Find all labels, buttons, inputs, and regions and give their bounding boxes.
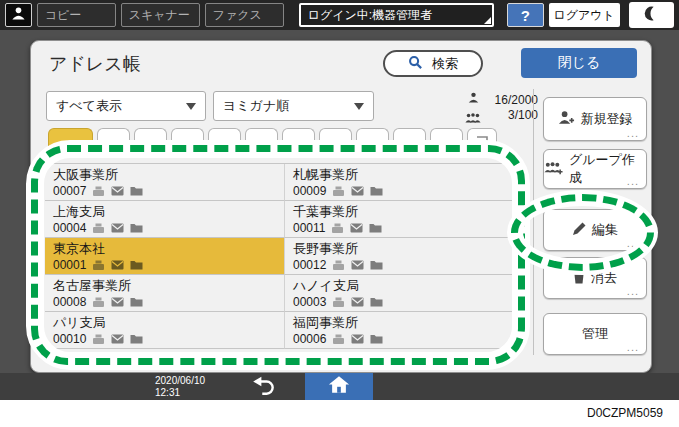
tab-copy[interactable]: コピー: [37, 3, 116, 27]
address-entry[interactable]: 札幌事業所 00009: [284, 164, 523, 201]
page-title: アドレス帳: [49, 52, 141, 76]
index-tabs: [48, 128, 497, 153]
footer-bar: 2020/06/10 12:31: [0, 373, 679, 400]
fax-icon: [331, 223, 344, 234]
index-tab-switch[interactable]: [467, 128, 497, 153]
energy-saver-button[interactable]: [629, 2, 674, 28]
entry-name: 大阪事業所: [53, 167, 276, 183]
entry-number: 00008: [53, 295, 86, 309]
action-label: 新規登録: [581, 110, 633, 128]
more-indicator: ...: [627, 127, 639, 139]
index-tab[interactable]: [171, 128, 204, 153]
view-filter-value: すべて表示: [56, 97, 122, 115]
entry-name: 福岡事業所: [293, 315, 515, 331]
search-icon: [408, 55, 423, 73]
index-tab[interactable]: [245, 128, 278, 153]
dropdown-corner-icon: [484, 17, 491, 24]
back-button[interactable]: [235, 373, 293, 400]
address-entry[interactable]: 大阪事業所 00007: [45, 164, 284, 201]
mail-icon: [351, 334, 364, 344]
delete-button[interactable]: 消去 ...: [543, 257, 647, 299]
user-button[interactable]: [5, 3, 32, 27]
more-indicator: ...: [627, 285, 639, 297]
fax-icon: [332, 297, 345, 308]
mail-icon: [111, 297, 124, 307]
search-button[interactable]: 検索: [383, 50, 483, 77]
login-status-dropdown[interactable]: ログイン中:機器管理者: [299, 3, 494, 27]
index-tab[interactable]: [134, 128, 167, 153]
contact-count: 16/2000: [488, 93, 538, 108]
entry-name: ハノイ支局: [293, 278, 515, 294]
index-tab[interactable]: [97, 128, 130, 153]
tab-switch-icon: [476, 132, 488, 150]
device-screen: コピー スキャナー ファクス ログイン中:機器管理者 ? ログアウト アドレス帳…: [0, 0, 679, 427]
new-registration-button[interactable]: 新規登録 ...: [543, 97, 647, 141]
fax-icon: [92, 334, 105, 345]
index-tab[interactable]: [208, 128, 241, 153]
back-arrow-icon: [251, 375, 277, 399]
entry-number: 00010: [53, 332, 86, 346]
folder-icon: [130, 297, 143, 307]
figure-code: D0CZPM5059: [587, 406, 663, 420]
entry-name: 名古屋事業所: [53, 278, 276, 294]
fax-icon: [92, 260, 105, 271]
home-button[interactable]: [305, 373, 373, 400]
search-button-label: 検索: [432, 55, 458, 73]
mail-icon: [351, 297, 364, 307]
address-entry[interactable]: 上海支局 00004: [45, 201, 284, 238]
chevron-down-icon: [186, 103, 196, 110]
entry-name: 上海支局: [53, 204, 276, 220]
entry-number: 00009: [293, 184, 326, 198]
address-entry[interactable]: パリ支局 00010: [45, 312, 284, 349]
tab-fax[interactable]: ファクス: [205, 3, 284, 27]
address-entry[interactable]: 名古屋事業所 00008: [45, 275, 284, 312]
home-icon: [328, 375, 350, 398]
entry-number: 00011: [293, 221, 325, 235]
fax-icon: [92, 186, 105, 197]
help-button[interactable]: ?: [507, 3, 544, 27]
entry-number: 00012: [293, 258, 326, 272]
address-list: 大阪事業所 00007 札幌事業所 00009 上海支局 00004 千葉事業所…: [45, 163, 523, 349]
index-tab[interactable]: [430, 128, 463, 153]
folder-icon: [370, 297, 383, 307]
index-tab[interactable]: [319, 128, 352, 153]
group-count-icon: [465, 109, 481, 127]
address-entry[interactable]: 東京本社 00001: [45, 238, 284, 275]
action-label: 管理: [582, 325, 608, 343]
address-entry[interactable]: ハノイ支局 00003: [284, 275, 523, 312]
registration-counts: 16/2000 3/100: [465, 89, 538, 127]
address-book-panel: アドレス帳 検索 閉じる すべて表示 ヨミガナ順: [30, 40, 652, 373]
fax-icon: [332, 260, 345, 271]
index-tab[interactable]: [356, 128, 389, 153]
logout-button[interactable]: ログアウト: [549, 3, 620, 27]
edit-button[interactable]: 編集 ...: [543, 209, 647, 251]
topbar: コピー スキャナー ファクス ログイン中:機器管理者 ? ログアウト: [0, 0, 679, 30]
tab-scanner[interactable]: スキャナー: [121, 3, 200, 27]
moon-icon: [643, 5, 660, 26]
mail-icon: [350, 223, 363, 233]
folder-icon: [130, 223, 143, 233]
entry-name: パリ支局: [53, 315, 276, 331]
folder-icon: [370, 260, 383, 270]
folder-icon: [370, 334, 383, 344]
create-group-button[interactable]: グループ作成 ...: [543, 149, 647, 189]
pencil-icon: [572, 222, 586, 239]
address-entry[interactable]: 福岡事業所 00006: [284, 312, 523, 349]
index-tab[interactable]: [393, 128, 426, 153]
user-icon: [11, 6, 26, 25]
mail-icon: [111, 260, 124, 270]
entry-number: 00007: [53, 184, 86, 198]
datetime: 2020/06/10 12:31: [155, 375, 205, 399]
fax-icon: [332, 334, 345, 345]
entry-number: 00001: [53, 258, 86, 272]
group-count: 3/100: [488, 108, 538, 123]
entry-number: 00006: [293, 332, 326, 346]
manage-button[interactable]: 管理 ...: [543, 313, 647, 355]
index-tab[interactable]: [282, 128, 315, 153]
view-filter-dropdown[interactable]: すべて表示: [46, 91, 206, 121]
close-button[interactable]: 閉じる: [521, 48, 637, 78]
address-entry[interactable]: 長野事業所 00012: [284, 238, 523, 275]
sort-order-dropdown[interactable]: ヨミガナ順: [213, 91, 374, 121]
address-entry[interactable]: 千葉事業所 00011: [284, 201, 523, 238]
index-tab-selected[interactable]: [48, 128, 93, 153]
